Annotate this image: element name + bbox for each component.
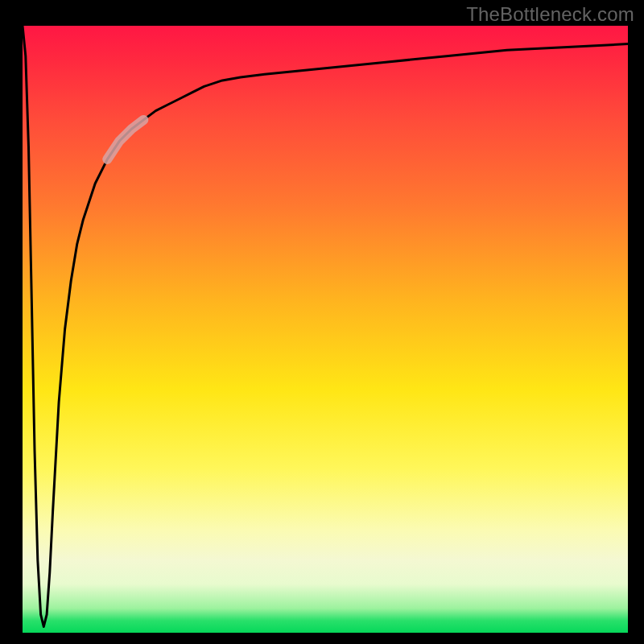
curve-svg [23,26,628,633]
watermark-label: TheBottleneck.com [466,3,634,26]
bottleneck-curve-path [23,26,628,627]
plot-area [23,26,628,633]
chart-frame: TheBottleneck.com [0,0,644,644]
highlight-segment-path [107,120,143,159]
